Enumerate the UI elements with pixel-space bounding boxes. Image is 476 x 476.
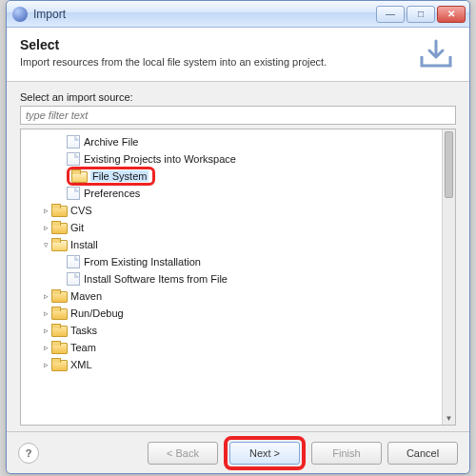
app-icon	[12, 7, 28, 22]
tree-item-label: Git	[70, 222, 84, 233]
file-icon	[67, 272, 80, 286]
folder-icon	[51, 221, 67, 234]
tree-item[interactable]: ▹Run/Debug	[25, 305, 438, 322]
expander-icon[interactable]: ▹	[40, 223, 51, 232]
banner-description: Import resources from the local file sys…	[20, 56, 408, 68]
folder-open-icon	[71, 169, 87, 183]
folder-icon	[51, 307, 67, 320]
file-icon	[67, 187, 80, 200]
import-icon	[416, 37, 456, 71]
titlebar: Import — □ ✕	[7, 1, 469, 28]
button-bar: ? < Back Next > Finish Cancel	[7, 431, 469, 473]
tree-item-label: Install Software Items from File	[84, 273, 228, 285]
tree-item[interactable]: ▹Git	[25, 219, 438, 236]
tree-item[interactable]: Existing Projects into Workspace	[25, 150, 438, 168]
highlight-annotation: File System	[67, 167, 155, 186]
file-icon	[67, 255, 80, 268]
tree-item[interactable]: ▹Tasks	[25, 322, 438, 339]
tree-item-label: Team	[70, 342, 96, 353]
help-button[interactable]: ?	[18, 443, 39, 464]
scroll-thumb[interactable]	[445, 131, 453, 198]
filter-input[interactable]	[20, 106, 456, 125]
tree-item[interactable]: Preferences	[25, 185, 438, 202]
next-highlight: Next >	[224, 436, 306, 470]
tree-item-label: Existing Projects into Workspace	[84, 153, 236, 165]
folder-icon	[51, 341, 67, 354]
file-icon	[67, 152, 80, 166]
maximize-button[interactable]: □	[407, 6, 435, 23]
tree-item[interactable]: From Existing Installation	[25, 253, 438, 270]
tree-item[interactable]: ▹Maven	[25, 288, 438, 305]
banner-title: Select	[20, 37, 408, 52]
tree-item-label: XML	[70, 359, 92, 370]
vertical-scrollbar[interactable]: ▲ ▼	[442, 129, 455, 425]
tree-item-label: Preferences	[84, 188, 140, 199]
folder-open-icon	[51, 238, 67, 251]
tree-item[interactable]: File System	[25, 168, 438, 185]
tree-item-label: Install	[70, 239, 98, 250]
tree-item-label: File System	[90, 170, 149, 182]
folder-icon	[51, 204, 67, 217]
back-button[interactable]: < Back	[148, 442, 218, 465]
import-source-tree[interactable]: Archive FileExisting Projects into Works…	[21, 129, 442, 425]
folder-icon	[51, 324, 67, 337]
cancel-button[interactable]: Cancel	[387, 442, 458, 465]
tree-item-label: Tasks	[70, 325, 97, 336]
tree-item-label: From Existing Installation	[84, 256, 201, 268]
wizard-banner: Select Import resources from the local f…	[7, 28, 469, 82]
tree-item[interactable]: Archive File	[25, 133, 438, 150]
tree-item-label: Maven	[70, 290, 102, 302]
tree-item[interactable]: ▹Team	[25, 339, 438, 356]
tree-container: Archive FileExisting Projects into Works…	[20, 129, 456, 426]
close-button[interactable]: ✕	[437, 6, 466, 23]
source-label: Select an import source:	[20, 91, 456, 103]
tree-item[interactable]: Install Software Items from File	[25, 270, 438, 288]
tree-item-label: Archive File	[84, 136, 138, 148]
finish-button[interactable]: Finish	[311, 442, 382, 465]
folder-icon	[51, 358, 67, 371]
tree-item[interactable]: ▹CVS	[25, 202, 438, 219]
window-title: Import	[33, 8, 376, 21]
file-icon	[67, 135, 80, 149]
expander-icon[interactable]: ▹	[40, 308, 51, 318]
scroll-down-arrow[interactable]: ▼	[443, 411, 455, 425]
tree-item-label: Run/Debug	[70, 307, 124, 319]
expander-icon[interactable]: ▹	[40, 206, 51, 215]
expander-icon[interactable]: ▹	[40, 326, 51, 335]
tree-item[interactable]: ▹XML	[25, 356, 438, 373]
expander-icon[interactable]: ▹	[40, 343, 51, 352]
next-button[interactable]: Next >	[229, 442, 300, 465]
tree-item[interactable]: ▿Install	[25, 236, 438, 253]
expander-icon[interactable]: ▿	[40, 240, 51, 249]
tree-item-label: CVS	[70, 205, 92, 216]
expander-icon[interactable]: ▹	[40, 291, 51, 301]
wizard-body: Select an import source: Archive FileExi…	[7, 82, 469, 431]
folder-icon	[51, 289, 67, 303]
minimize-button[interactable]: —	[376, 6, 405, 23]
expander-icon[interactable]: ▹	[40, 360, 51, 369]
import-dialog: Import — □ ✕ Select Import resources fro…	[6, 0, 470, 474]
